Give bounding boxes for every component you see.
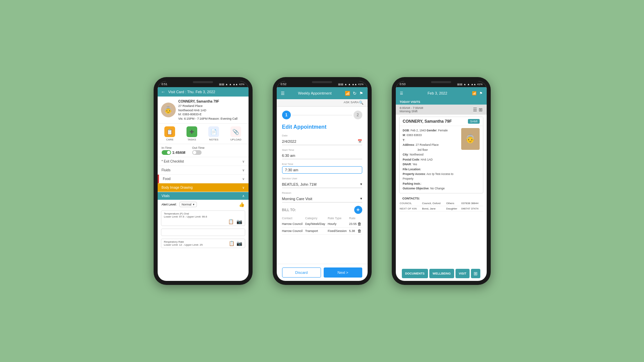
reason-select[interactable]: Morning Care Visit ▾ — [282, 195, 362, 202]
reason-label: Reason — [282, 191, 362, 194]
tasks-button[interactable]: ✚ TASKS — [186, 126, 197, 141]
col-rate: Rate — [349, 216, 358, 221]
add-bill-button[interactable]: + — [354, 206, 362, 214]
row1-category: Day/Week/Day — [305, 221, 328, 228]
step-1: 1 — [282, 111, 291, 119]
discard-button[interactable]: Discard — [282, 267, 321, 278]
phone-1-header-title: Visit Card : Thu. Feb 3, 2022 — [168, 90, 215, 94]
header-action-icons: 📶 ↻ ⚑ — [345, 91, 363, 96]
phone-2-header-title: Weekly Appointment — [298, 91, 331, 95]
tasks-label: TASKS — [187, 138, 196, 141]
grid-view-icon[interactable]: ⊞ — [479, 107, 483, 112]
wifi-icon: 📶 — [345, 91, 350, 96]
notes-button[interactable]: 📄 NOTES — [208, 126, 219, 141]
row1-contact: Harrow Council — [282, 221, 305, 228]
alert-level-label: Alert Level: — [162, 203, 177, 206]
vitals-header[interactable]: Vitals ∧ — [158, 192, 249, 200]
vitals-chevron: ∧ — [242, 194, 245, 198]
visit-time-info: 6:00AM - 7:00AM Morning Shift — [400, 106, 423, 113]
phone-1: 0:51 ▤▤▲▲▲▲ 42% ← Visit Card : Thu. Feb … — [154, 77, 253, 285]
temp-input-field[interactable] — [161, 229, 245, 236]
end-time-field: End Time 7:30 am — [282, 163, 362, 174]
service-user-select[interactable]: BEATLES, John 71M ▾ — [282, 181, 362, 188]
camera-icon[interactable]: 📷 — [236, 219, 242, 224]
contacts-section: CONTACTS: COUNCIL Council, Oxford Others… — [396, 195, 487, 213]
alert-level-value: Normal — [182, 203, 192, 206]
search-icon[interactable]: 🔍 — [359, 101, 364, 105]
start-time-input[interactable]: 6:30 am — [282, 152, 362, 159]
table-row: Harrow Council Day/Week/Day Hourly 23.55… — [282, 221, 362, 228]
date-label: Date — [282, 134, 362, 137]
out-time-label: Out-Time — [192, 146, 205, 149]
tasks-icon: ✚ — [186, 126, 197, 137]
thumbs-up-icon[interactable]: 👍 — [239, 202, 245, 207]
row2-contact: Harrow Council — [282, 228, 305, 235]
phone-2-status-icons: ▤▤▲▲▲▲ 41% — [338, 83, 364, 86]
upload-button[interactable]: 📎 UPLOAD — [230, 126, 241, 141]
phone-3-header-icons: 📶 ⚑ — [472, 91, 483, 96]
refresh-icon[interactable]: ↻ — [353, 91, 357, 96]
food-section[interactable]: Food ∨ — [158, 175, 249, 183]
patient-card-name: CONNERY, Samantha 79F — [403, 119, 452, 124]
list-view-icon[interactable]: ☰ — [473, 107, 477, 112]
vitals-label: Vitals — [162, 194, 170, 198]
alert-level-dropdown[interactable]: Normal ▾ — [179, 202, 197, 207]
phone-2-header: ☰ Weekly Appointment 📶 ↻ ⚑ — [277, 87, 368, 99]
resp-limits: Lower Limit: 12 - Upper Limit: 25 — [164, 243, 203, 246]
row2-delete-button[interactable]: 🗑 — [358, 228, 362, 235]
body-image-chevron: ∨ — [242, 186, 245, 189]
back-arrow-icon[interactable]: ← — [161, 89, 166, 95]
out-time-col: Out-Time — [192, 146, 205, 155]
end-time-input[interactable]: 7:30 am — [282, 166, 362, 174]
grid-action-icon[interactable]: ⊞ — [471, 269, 480, 278]
temperature-row: Temperature (F) Oral Lower Limit: 97.6 -… — [161, 210, 245, 226]
bill-to-header: BILL TO: + — [282, 206, 362, 214]
exit-checklist-section[interactable]: * Exit Checklist ∨ — [158, 157, 249, 166]
contact-name-council: Council, Oxford — [421, 201, 445, 206]
out-time-toggle[interactable] — [192, 150, 202, 155]
row1-rate: 23.55 — [349, 221, 358, 228]
row1-delete-button[interactable]: 🗑 — [358, 221, 362, 228]
phone-2-time: 0:52 — [281, 82, 287, 86]
patient-info-row: 👵 CONNERY, Samantha 79F 27 Rowland Place… — [158, 97, 249, 124]
next-button[interactable]: Next > — [324, 267, 362, 278]
body-image-section[interactable]: Body Image Drawing ∨ — [158, 183, 249, 192]
patient-city-val: City: Northwood — [403, 152, 459, 157]
documents-button[interactable]: DOCUMENTS — [402, 269, 428, 278]
phone-3-menu-icon[interactable]: ☰ — [400, 91, 403, 96]
reason-chevron: ▾ — [360, 196, 362, 201]
service-user-chevron: ▾ — [360, 182, 362, 186]
service-user-value: BEATLES, John 71M — [282, 182, 317, 186]
upload-icon: 📎 — [230, 126, 241, 137]
bill-to-label: BILL TO: — [282, 208, 296, 212]
start-time-label: Start Time — [282, 148, 362, 152]
today-visits-label: TODAY VISITS — [400, 100, 420, 104]
form-title: Edit Appointment — [282, 124, 362, 130]
care-button[interactable]: 📋 CARE — [164, 126, 175, 141]
exit-checklist-chevron: ∨ — [242, 160, 245, 163]
phone-3-flag-icon: ⚑ — [479, 91, 483, 96]
clipboard-icon[interactable]: 📋 — [228, 219, 234, 224]
phone-3-time: 0:53 — [400, 82, 406, 86]
wellbeing-button[interactable]: WELLBEING — [429, 269, 454, 278]
fluids-section[interactable]: Fluids ∨ — [158, 166, 249, 175]
date-input[interactable]: 2/4/2022 📅 — [282, 138, 362, 145]
resp-camera-icon[interactable]: 📷 — [236, 241, 242, 246]
contact-type-council: COUNCIL — [399, 201, 422, 206]
patient-card-body: DOB: Feb 2, 1943 Gender: Female M: 0383 … — [399, 126, 483, 193]
fluids-chevron: ∨ — [242, 168, 245, 172]
patient-name: CONNERY, Samantha 79F — [178, 99, 237, 104]
patient-details: CONNERY, Samantha 79F 27 Rowland Place N… — [178, 99, 237, 121]
in-time-toggle[interactable] — [162, 150, 171, 155]
menu-icon[interactable]: ☰ — [281, 91, 285, 96]
visit-button[interactable]: VISIT — [455, 269, 470, 278]
col-delete — [358, 216, 362, 221]
start-time-field: Start Time 6:30 am — [282, 148, 362, 159]
flag-icon: ⚑ — [359, 91, 363, 96]
phone-3: 0:53 ▤▤▲▲▲▲ 41% ☰ Feb 3, 2022 📶 ⚑ TODAY … — [392, 77, 491, 285]
resp-clipboard-icon[interactable]: 📋 — [229, 241, 234, 246]
service-user-field: Service User BEATLES, John 71M ▾ — [282, 177, 362, 188]
phone-1-notch — [193, 81, 213, 83]
calendar-icon: 📅 — [358, 139, 362, 143]
patient-address: 27 Rowland Place — [178, 104, 237, 108]
